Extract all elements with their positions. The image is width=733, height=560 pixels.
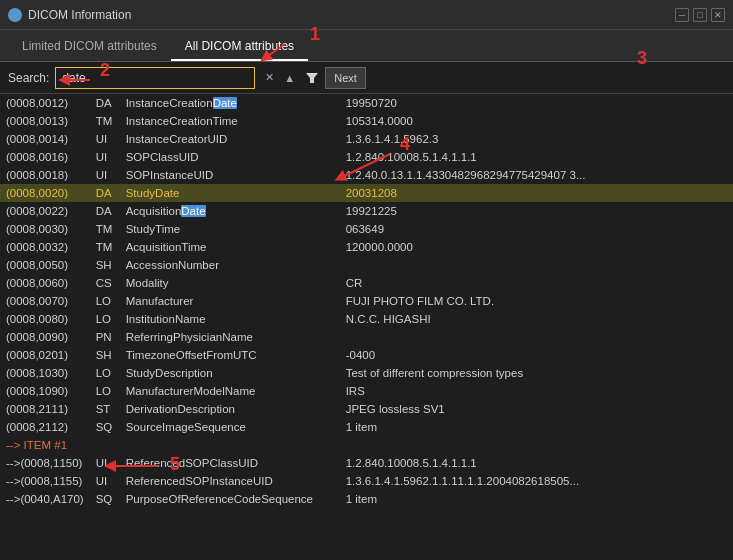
table-row[interactable]: -->(0040,A170)SQPurposeOfReferenceCodeSe… [0,490,733,508]
vr-cell: DA [90,184,120,202]
name-cell: SourceImageSequence [120,418,340,436]
name-cell: SOPClassUID [120,148,340,166]
tag-cell: (0008,0014) [0,130,90,148]
vr-cell: TM [90,238,120,256]
tag-cell: (0008,0060) [0,274,90,292]
table-row[interactable]: (0008,0090)PNReferringPhysicianName [0,328,733,346]
table-row[interactable]: --> ITEM #1 [0,436,733,454]
minimize-button[interactable]: ─ [675,8,689,22]
value-cell: 19921225 [340,202,733,220]
table-row[interactable]: (0008,0030)TMStudyTime063649 [0,220,733,238]
name-cell: SOPInstanceUID [120,166,340,184]
value-cell: 063649 [340,220,733,238]
table-row[interactable]: (0008,0020)DAStudyDate20031208 [0,184,733,202]
title-bar: DICOM Information ─ □ ✕ [0,0,733,30]
table-row[interactable]: (0008,0012)DAInstanceCreationDate1995072… [0,94,733,112]
value-cell [340,256,733,274]
tag-cell: (0008,2111) [0,400,90,418]
tag-cell: (0008,0020) [0,184,90,202]
tab-all-dicom[interactable]: All DICOM attributes [171,33,308,61]
vr-cell: CS [90,274,120,292]
next-button[interactable]: Next [325,67,366,89]
value-cell: 1.2.840.10008.5.1.4.1.1.1 [340,148,733,166]
close-button[interactable]: ✕ [711,8,725,22]
table-row[interactable]: (0008,0070)LOManufacturerFUJI PHOTO FILM… [0,292,733,310]
dicom-table: (0008,0012)DAInstanceCreationDate1995072… [0,94,733,508]
vr-cell: UI [90,472,120,490]
value-cell [340,328,733,346]
value-cell: 1.3.6.1.4.1.5962.1.1.11.1.1.200408261850… [340,472,733,490]
vr-cell: LO [90,364,120,382]
table-row[interactable]: (0008,2111)STDerivationDescriptionJPEG l… [0,400,733,418]
table-row[interactable]: (0008,2112)SQSourceImageSequence1 item [0,418,733,436]
vr-cell: LO [90,310,120,328]
table-row[interactable]: (0008,0201)SHTimezoneOffsetFromUTC-0400 [0,346,733,364]
search-up-button[interactable]: ▲ [280,70,299,86]
tag-cell: (0008,0080) [0,310,90,328]
tag-cell: -->(0008,1150) [0,454,90,472]
dicom-table-container: (0008,0012)DAInstanceCreationDate1995072… [0,94,733,560]
vr-cell: UI [90,148,120,166]
value-cell: 105314.0000 [340,112,733,130]
maximize-button[interactable]: □ [693,8,707,22]
name-cell: StudyTime [120,220,340,238]
vr-cell: SH [90,256,120,274]
table-row[interactable]: (0008,0032)TMAcquisitionTime120000.0000 [0,238,733,256]
search-input[interactable] [55,67,255,89]
tag-cell: (0008,2112) [0,418,90,436]
name-cell: Modality [120,274,340,292]
table-row[interactable]: (0008,0080)LOInstitutionNameN.C.C. HIGAS… [0,310,733,328]
name-cell: TimezoneOffsetFromUTC [120,346,340,364]
vr-cell: TM [90,220,120,238]
name-cell: InstanceCreationTime [120,112,340,130]
table-row[interactable]: (0008,0018)UISOPInstanceUID1.2.40.0.13.1… [0,166,733,184]
table-row[interactable]: (0008,0014)UIInstanceCreatorUID1.3.6.1.4… [0,130,733,148]
table-row[interactable]: (0008,0016)UISOPClassUID1.2.840.10008.5.… [0,148,733,166]
value-cell: 120000.0000 [340,238,733,256]
value-cell: 1.2.40.0.13.1.1.4330482968294775429407 3… [340,166,733,184]
name-cell: AcquisitionDate [120,202,340,220]
search-controls: ✕ ▲ Next [261,67,366,89]
vr-cell: DA [90,202,120,220]
vr-cell: ST [90,400,120,418]
tag-cell: (0008,0032) [0,238,90,256]
name-cell: StudyDescription [120,364,340,382]
value-cell: 1.2.840.10008.5.1.4.1.1.1 [340,454,733,472]
value-cell: 1.3.6.1.4.1.5962.3 [340,130,733,148]
value-cell: 1 item [340,418,733,436]
vr-cell: LO [90,292,120,310]
table-row[interactable]: (0008,1030)LOStudyDescriptionTest of dif… [0,364,733,382]
tag-cell: (0008,0030) [0,220,90,238]
table-row[interactable]: -->(0008,1150)UIReferencedSOPClassUID1.2… [0,454,733,472]
table-row[interactable]: (0008,0013)TMInstanceCreationTime105314.… [0,112,733,130]
tab-limited-dicom[interactable]: Limited DICOM attributes [8,33,171,61]
vr-cell: DA [90,94,120,112]
tag-cell: (0008,0013) [0,112,90,130]
vr-cell: TM [90,112,120,130]
table-row[interactable]: -->(0008,1155)UIReferencedSOPInstanceUID… [0,472,733,490]
vr-cell: SH [90,346,120,364]
value-cell: N.C.C. HIGASHI [340,310,733,328]
name-cell: ManufacturerModelName [120,382,340,400]
window-icon [8,8,22,22]
table-row[interactable]: (0008,0060)CSModalityCR [0,274,733,292]
value-cell: FUJI PHOTO FILM CO. LTD. [340,292,733,310]
search-filter-button[interactable] [301,69,323,87]
table-row[interactable]: (0008,0050)SHAccessionNumber [0,256,733,274]
table-row[interactable]: (0008,1090)LOManufacturerModelNameIRS [0,382,733,400]
item-header: --> ITEM #1 [0,436,733,454]
value-cell: Test of different compression types [340,364,733,382]
window-title: DICOM Information [28,8,675,22]
tag-cell: (0008,0050) [0,256,90,274]
table-row[interactable]: (0008,0022)DAAcquisitionDate19921225 [0,202,733,220]
vr-cell: LO [90,382,120,400]
value-cell: 19950720 [340,94,733,112]
name-cell: AcquisitionTime [120,238,340,256]
tag-cell: (0008,0018) [0,166,90,184]
value-cell: 20031208 [340,184,733,202]
name-cell: ReferencedSOPInstanceUID [120,472,340,490]
svg-marker-2 [306,73,318,83]
clear-search-button[interactable]: ✕ [261,69,278,86]
name-cell: InstitutionName [120,310,340,328]
vr-cell: UI [90,166,120,184]
